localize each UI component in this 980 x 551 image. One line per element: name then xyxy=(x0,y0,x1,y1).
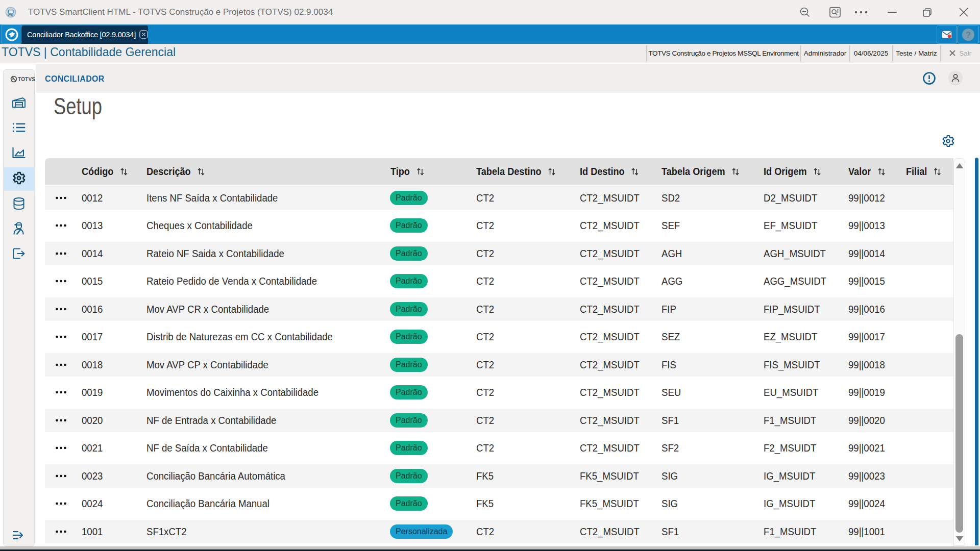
svg-text:HTML: HTML xyxy=(8,14,14,17)
svg-text:?: ? xyxy=(966,30,971,40)
svg-text:TOTVS: TOTVS xyxy=(18,77,35,82)
